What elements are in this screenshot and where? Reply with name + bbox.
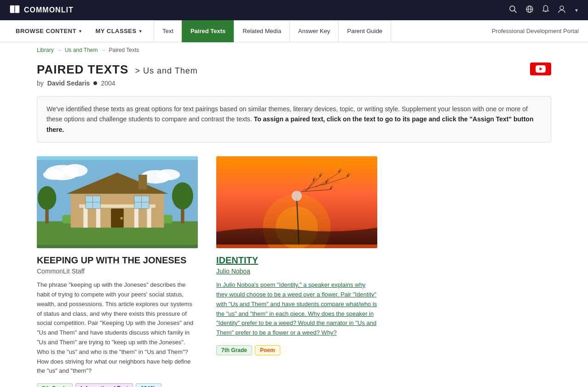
content-tabs: Text Paired Texts Related Media Answer K… — [154, 20, 391, 42]
secondary-navigation: BROWSE CONTENT ▼ MY CLASSES ▼ Text Paire… — [0, 20, 588, 42]
cards-grid: KEEPING UP WITH THE JONESES CommonLit St… — [37, 156, 551, 387]
tag-poem: Poem — [255, 345, 280, 355]
tab-parent-guide[interactable]: Parent Guide — [338, 20, 391, 42]
search-icon[interactable] — [509, 5, 517, 16]
svg-point-42 — [292, 191, 302, 201]
page-header: PAIRED TEXTS > Us and Them by David Seda… — [37, 63, 551, 87]
card2-author[interactable]: Julio Noboa — [216, 267, 377, 275]
tag-8th-grade: 8th Grade — [37, 383, 73, 387]
house-illustration — [37, 156, 198, 248]
svg-point-35 — [38, 186, 57, 210]
dandelion-illustration — [216, 156, 377, 248]
top-nav-icons: ▼ — [509, 5, 579, 16]
chevron-down-icon: ▼ — [574, 8, 579, 13]
page-title-section: PAIRED TEXTS > Us and Them by David Seda… — [37, 63, 198, 87]
bell-icon[interactable] — [542, 5, 549, 16]
top-navigation: COMMONLIT ▼ — [0, 0, 588, 20]
chevron-down-icon: ▼ — [78, 29, 82, 34]
info-box: We've identified these texts as great op… — [37, 96, 551, 142]
tab-related-media[interactable]: Related Media — [234, 20, 289, 42]
breadcrumb-library[interactable]: Library — [37, 47, 54, 53]
book-icon — [9, 5, 20, 16]
user-icon[interactable] — [558, 5, 566, 16]
svg-rect-0 — [10, 6, 14, 13]
card2-title[interactable]: IDENTITY — [216, 255, 377, 266]
breadcrumb-us-and-them[interactable]: Us and Them — [65, 47, 98, 53]
chevron-down-icon: ▼ — [138, 29, 143, 34]
svg-point-27 — [120, 217, 123, 220]
tab-text[interactable]: Text — [154, 20, 182, 42]
svg-rect-24 — [147, 206, 151, 228]
globe-icon[interactable] — [525, 5, 534, 16]
tab-answer-key[interactable]: Answer Key — [289, 20, 338, 42]
breadcrumb-arrow-2: → — [101, 47, 106, 53]
svg-point-9 — [560, 6, 564, 10]
tag-lexile-level: 1240L — [136, 383, 161, 387]
card2-description[interactable]: In Julio Noboa's poem "Identity," a spea… — [216, 280, 377, 338]
card1-title: KEEPING UP WITH THE JONESES — [37, 255, 198, 266]
youtube-button[interactable] — [530, 63, 551, 75]
browse-content-button[interactable]: BROWSE CONTENT ▼ — [9, 20, 89, 42]
card2-tags: 7th Grade Poem — [216, 345, 377, 355]
my-classes-button[interactable]: MY CLASSES ▼ — [89, 20, 149, 42]
card-identity: IDENTITY Julio Noboa In Julio Noboa's po… — [216, 156, 377, 355]
svg-point-37 — [172, 182, 193, 210]
card1-description: The phrase "keeping up with the Joneses"… — [37, 280, 198, 376]
tag-informational-text: Informational Text — [75, 383, 133, 387]
card1-tags: 8th Grade Informational Text 1240L — [37, 383, 198, 387]
breadcrumb: Library → Us and Them → Paired Texts — [0, 42, 588, 58]
card-house-image — [37, 156, 198, 248]
svg-line-5 — [514, 10, 517, 12]
page-title-subtitle: > Us and Them — [133, 66, 198, 75]
tab-paired-texts[interactable]: Paired Texts — [182, 20, 234, 42]
page-subtitle-line: by David Sedaris 2004 — [37, 80, 198, 87]
logo-area: COMMONLIT — [9, 5, 74, 16]
card2-author-link[interactable]: Julio Noboa — [216, 267, 250, 275]
nav-left: BROWSE CONTENT ▼ MY CLASSES ▼ Text Paire… — [9, 20, 492, 42]
breadcrumb-arrow-1: → — [57, 47, 62, 53]
svg-point-15 — [156, 169, 180, 180]
card-dandelion-image — [216, 156, 377, 248]
card2-description-link[interactable]: In Julio Noboa's poem "Identity," a spea… — [216, 281, 377, 336]
svg-point-12 — [62, 164, 87, 177]
page-title: PAIRED TEXTS > Us and Them — [37, 63, 198, 77]
svg-rect-23 — [134, 206, 138, 228]
card1-author: CommonLit Staff — [37, 267, 198, 275]
main-content: PAIRED TEXTS > Us and Them by David Seda… — [0, 58, 588, 387]
breadcrumb-current: Paired Texts — [109, 47, 139, 53]
dot-separator — [93, 81, 97, 85]
svg-rect-22 — [96, 206, 100, 228]
svg-rect-21 — [83, 206, 87, 228]
card-keeping-up-joneses: KEEPING UP WITH THE JONESES CommonLit St… — [37, 156, 198, 387]
card2-title-link[interactable]: IDENTITY — [216, 255, 258, 265]
svg-rect-20 — [138, 175, 147, 189]
pro-dev-portal-link[interactable]: Professional Development Portal — [492, 28, 579, 34]
svg-point-13 — [43, 170, 64, 180]
svg-rect-1 — [15, 6, 19, 13]
tag-7th-grade: 7th Grade — [216, 345, 252, 355]
logo-text: COMMONLIT — [24, 6, 74, 14]
